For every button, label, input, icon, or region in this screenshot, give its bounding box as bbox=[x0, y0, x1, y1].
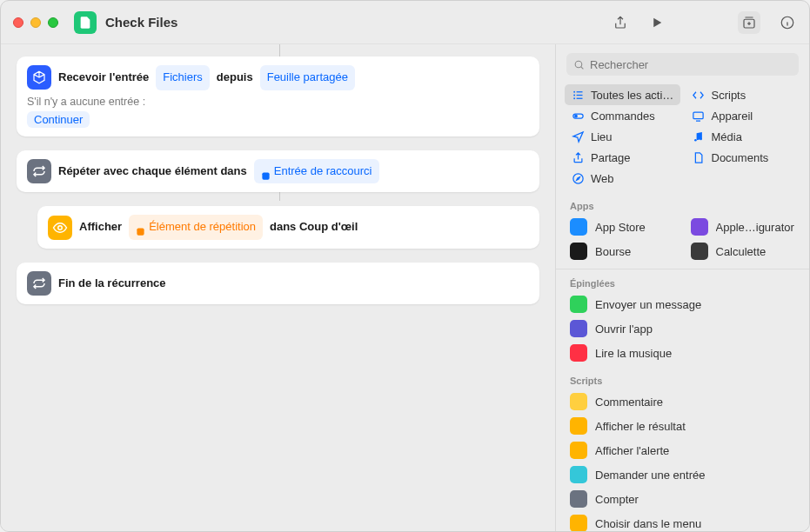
svg-rect-10 bbox=[576, 94, 582, 95]
cat-all-actions[interactable]: Toutes les acti… bbox=[565, 84, 680, 105]
script-icon bbox=[692, 88, 706, 102]
app-icon bbox=[570, 442, 587, 459]
search-field[interactable] bbox=[566, 53, 799, 76]
safari-icon bbox=[571, 171, 585, 185]
cat-commands[interactable]: Commandes bbox=[565, 105, 680, 126]
info-button[interactable] bbox=[778, 13, 797, 32]
no-input-label: S'il n'y a aucune entrée : bbox=[27, 96, 145, 108]
cat-device[interactable]: Appareil bbox=[686, 105, 801, 126]
pin-open-app[interactable]: Ouvrir l'app bbox=[565, 316, 800, 341]
music-icon bbox=[692, 130, 706, 143]
svg-rect-11 bbox=[576, 97, 582, 98]
token-files[interactable]: Fichiers bbox=[156, 65, 210, 90]
svg-rect-9 bbox=[576, 91, 582, 92]
pin-send-message[interactable]: Envoyer un message bbox=[565, 292, 800, 316]
app-icon bbox=[570, 417, 587, 435]
close-window-button[interactable] bbox=[13, 17, 23, 28]
library-toggle-button[interactable] bbox=[738, 11, 760, 34]
app-icon bbox=[570, 344, 587, 362]
token-shortcut-input[interactable]: Entrée de raccourci bbox=[254, 159, 379, 184]
app-icon bbox=[570, 218, 587, 236]
svg-point-13 bbox=[574, 115, 577, 117]
receive-input-icon bbox=[27, 65, 51, 90]
action-repeat-each[interactable]: Répéter avec chaque élément dans Entrée … bbox=[17, 150, 539, 193]
app-appstore[interactable]: App Store bbox=[565, 215, 680, 239]
scr-show-alert[interactable]: Afficher l'alerte bbox=[565, 438, 800, 462]
shortcut-icon bbox=[74, 11, 97, 34]
token-continue[interactable]: Continuer bbox=[27, 111, 90, 128]
window-title: Check Files bbox=[105, 15, 177, 30]
library-sidebar: Toutes les acti…ScriptsCommandesAppareil… bbox=[555, 44, 809, 531]
scr-comment[interactable]: Commentaire bbox=[565, 389, 800, 414]
section-pinned-header: Épinglées bbox=[556, 273, 809, 290]
section-scripts-header: Scripts bbox=[556, 370, 809, 388]
end-repeat-icon bbox=[27, 271, 51, 296]
cat-location[interactable]: Lieu bbox=[565, 126, 680, 147]
cat-scripts[interactable]: Scripts bbox=[686, 84, 801, 105]
svg-point-16 bbox=[700, 137, 702, 140]
titlebar: Check Files bbox=[1, 1, 809, 44]
action-quick-look[interactable]: Afficher Élément de répétition dans Coup… bbox=[37, 206, 539, 249]
app-calculette[interactable]: Calculette bbox=[686, 239, 801, 263]
window-controls bbox=[13, 17, 58, 28]
action-end-repeat[interactable]: Fin de la récurrence bbox=[17, 263, 539, 304]
pin-play-music[interactable]: Lire la musique bbox=[565, 341, 800, 365]
action-receive-input[interactable]: Recevoir l'entrée Fichiers depuis Feuill… bbox=[17, 57, 539, 136]
svg-point-3 bbox=[58, 225, 63, 229]
app-icon bbox=[570, 515, 587, 531]
minimize-window-button[interactable] bbox=[30, 17, 41, 28]
app-icon bbox=[570, 296, 587, 313]
search-input[interactable] bbox=[590, 58, 792, 71]
toggle-icon bbox=[571, 109, 585, 123]
app-icon bbox=[570, 243, 587, 260]
app-icon bbox=[691, 243, 708, 260]
app-configurator[interactable]: Apple…igurator bbox=[686, 215, 801, 239]
category-grid: Toutes les acti…ScriptsCommandesAppareil… bbox=[556, 83, 809, 196]
cat-documents[interactable]: Documents bbox=[686, 147, 801, 168]
cat-web[interactable]: Web bbox=[565, 168, 680, 189]
quick-look-icon bbox=[48, 216, 72, 240]
run-button[interactable] bbox=[647, 13, 666, 32]
app-icon bbox=[570, 320, 587, 337]
app-icon bbox=[570, 466, 587, 483]
scr-show-result[interactable]: Afficher le résultat bbox=[565, 414, 800, 438]
search-icon bbox=[573, 59, 585, 70]
pinned-list: Envoyer un messageOuvrir l'appLire la mu… bbox=[556, 290, 809, 370]
list-icon bbox=[571, 88, 585, 102]
zoom-window-button[interactable] bbox=[48, 17, 58, 28]
token-repeat-item[interactable]: Élément de répétition bbox=[129, 215, 263, 240]
apps-grid: App StoreApple…iguratorBourseCalculette bbox=[556, 213, 809, 265]
app-window: Check Files bbox=[0, 0, 810, 532]
cat-share[interactable]: Partage bbox=[565, 147, 680, 168]
svg-rect-4 bbox=[137, 229, 144, 236]
scr-choose-menu[interactable]: Choisir dans le menu bbox=[565, 511, 800, 531]
section-apps-header: Apps bbox=[556, 196, 809, 213]
share-icon bbox=[571, 150, 585, 164]
scripts-list: CommentaireAfficher le résultatAfficher … bbox=[556, 388, 809, 531]
svg-point-8 bbox=[573, 97, 575, 99]
doc-icon bbox=[692, 150, 706, 164]
cat-media[interactable]: Média bbox=[686, 126, 801, 147]
app-icon bbox=[570, 490, 587, 508]
device-icon bbox=[692, 109, 706, 123]
svg-point-6 bbox=[573, 90, 575, 92]
repeat-icon bbox=[27, 159, 51, 183]
svg-rect-14 bbox=[693, 112, 703, 119]
share-button[interactable] bbox=[611, 13, 630, 32]
app-icon bbox=[691, 218, 708, 236]
app-bourse[interactable]: Bourse bbox=[565, 239, 680, 263]
app-icon bbox=[570, 393, 587, 410]
scr-ask-input[interactable]: Demander une entrée bbox=[565, 462, 800, 487]
svg-point-7 bbox=[573, 94, 575, 96]
svg-point-17 bbox=[572, 173, 582, 183]
svg-rect-2 bbox=[262, 172, 269, 179]
svg-point-5 bbox=[575, 61, 582, 68]
svg-point-15 bbox=[694, 139, 697, 142]
workflow-editor[interactable]: Recevoir l'entrée Fichiers depuis Feuill… bbox=[1, 44, 555, 531]
scr-count[interactable]: Compter bbox=[565, 487, 800, 511]
location-icon bbox=[571, 130, 585, 143]
token-share-sheet[interactable]: Feuille partagée bbox=[260, 65, 355, 90]
